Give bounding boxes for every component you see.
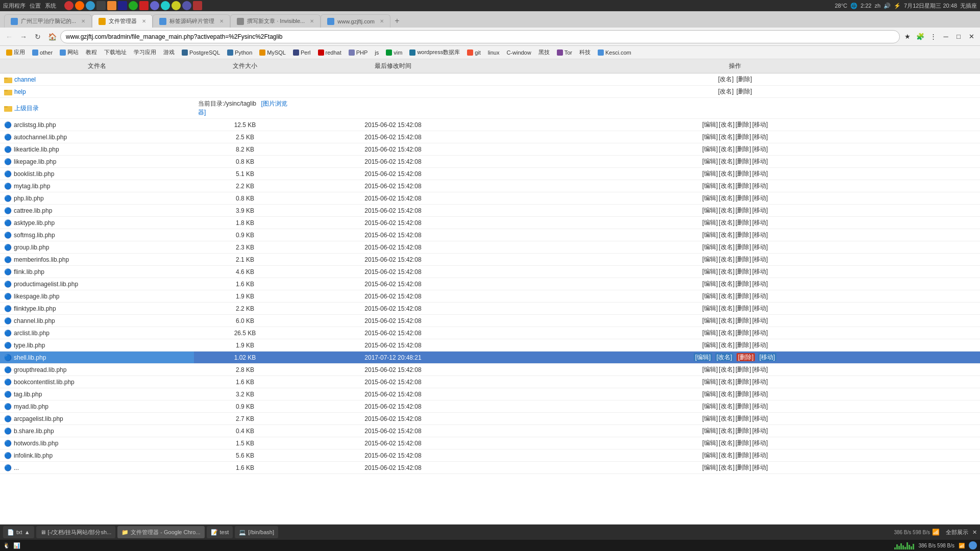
edit-link[interactable]: [编辑]: [702, 194, 718, 202]
edit-link[interactable]: [编辑]: [702, 378, 718, 385]
rename-link[interactable]: [改名]: [719, 439, 734, 446]
file-link[interactable]: productimagelist.lib.php: [14, 281, 78, 288]
home-button[interactable]: 🏠: [46, 31, 58, 43]
bookmark-kesci[interactable]: Kesci.com: [595, 48, 634, 57]
taskbar-item-txt[interactable]: 📄 txt ▲: [3, 526, 34, 538]
delete-link[interactable]: [删除]: [736, 256, 751, 263]
edit-link[interactable]: [编辑]: [702, 182, 718, 189]
move-link[interactable]: [移动]: [752, 219, 768, 226]
file-link[interactable]: channel.lib.php: [14, 317, 55, 324]
rename-link[interactable]: [改名]: [719, 207, 734, 214]
bookmark-git[interactable]: git: [464, 48, 484, 57]
move-link[interactable]: [移动]: [758, 353, 777, 361]
move-link[interactable]: [移动]: [752, 341, 768, 348]
delete-link[interactable]: [删除]: [736, 390, 751, 397]
apps-menu[interactable]: 应用程序: [3, 2, 26, 10]
address-input[interactable]: [60, 30, 900, 43]
file-link[interactable]: likepage.lib.php: [14, 158, 56, 165]
file-link[interactable]: arclist.lib.php: [14, 330, 50, 337]
edit-link[interactable]: [编辑]: [702, 231, 718, 238]
taskbar-item-terminal-files[interactable]: 🖥 [-/文档/挂马网站/部分sh...: [36, 526, 116, 538]
rename-link[interactable]: [改名]: [719, 231, 734, 238]
delete-link[interactable]: [删除]: [736, 464, 751, 471]
edit-link[interactable]: [编辑]: [702, 427, 718, 434]
bookmark-learning[interactable]: 学习应用: [131, 47, 159, 57]
move-link[interactable]: [移动]: [752, 243, 768, 251]
edit-link[interactable]: [编辑]: [702, 329, 718, 336]
edit-link[interactable]: [编辑]: [702, 305, 718, 312]
tab-newpost[interactable]: 撰写新文章 · Invisible... ✕: [230, 14, 321, 28]
bookmark-perl[interactable]: Perl: [290, 48, 314, 57]
tab-gzjftj[interactable]: www.gzjftj.com ✕: [321, 14, 390, 28]
file-link[interactable]: ...: [14, 464, 19, 471]
edit-link[interactable]: [编辑]: [702, 341, 718, 348]
delete-link[interactable]: [删除]: [736, 133, 751, 140]
delete-link[interactable]: [删除]: [736, 439, 751, 446]
delete-link[interactable]: [删除]: [736, 415, 751, 422]
window-max-icon[interactable]: □: [953, 31, 964, 42]
delete-link[interactable]: [删除]: [736, 170, 751, 177]
rename-link[interactable]: [改名]: [718, 76, 734, 83]
delete-link[interactable]: [删除]: [736, 243, 751, 251]
edit-link[interactable]: [编辑]: [702, 133, 718, 140]
edit-link[interactable]: [编辑]: [702, 158, 718, 165]
rename-link[interactable]: [改名]: [719, 378, 734, 385]
rename-link[interactable]: [改名]: [715, 353, 734, 361]
move-link[interactable]: [移动]: [752, 427, 768, 434]
rename-link[interactable]: [改名]: [719, 256, 734, 263]
move-link[interactable]: [移动]: [752, 415, 768, 422]
delete-link[interactable]: [删除]: [736, 182, 751, 189]
move-link[interactable]: [移动]: [752, 390, 768, 397]
rename-link[interactable]: [改名]: [719, 268, 734, 275]
bookmark-download[interactable]: 下载地址: [101, 47, 130, 57]
file-link[interactable]: groupthread.lib.php: [14, 366, 66, 373]
rename-link[interactable]: [改名]: [719, 305, 734, 312]
move-link[interactable]: [移动]: [752, 317, 768, 324]
bookmark-icon[interactable]: ★: [902, 31, 913, 42]
delete-link[interactable]: [删除]: [736, 329, 751, 336]
rename-link[interactable]: [改名]: [719, 415, 734, 422]
move-link[interactable]: [移动]: [752, 280, 768, 287]
file-link[interactable]: arclistsg.lib.php: [14, 121, 56, 129]
bookmark-tech[interactable]: 科技: [576, 47, 594, 57]
folder-link[interactable]: help: [14, 88, 26, 95]
bookmark-tor[interactable]: Tor: [554, 48, 575, 57]
tab-guangzhou[interactable]: 广州三甲治疗脑记的... ✕: [4, 14, 92, 28]
file-link[interactable]: tag.lib.php: [14, 391, 42, 398]
move-link[interactable]: [移动]: [752, 378, 768, 385]
bookmark-python[interactable]: Python: [224, 48, 255, 57]
file-link[interactable]: arcpagelist.lib.php: [14, 415, 63, 422]
tab-close-icon[interactable]: ✕: [219, 18, 224, 24]
delete-link[interactable]: [删除]: [736, 292, 751, 299]
bookmark-vim[interactable]: vim: [383, 48, 405, 57]
parent-dir-link[interactable]: 上级目录: [14, 104, 39, 113]
file-link[interactable]: asktype.lib.php: [14, 219, 55, 227]
edit-link[interactable]: [编辑]: [702, 415, 718, 422]
file-link[interactable]: likespage.lib.php: [14, 293, 59, 300]
edit-link[interactable]: [编辑]: [702, 145, 718, 153]
move-link[interactable]: [移动]: [752, 256, 768, 263]
delete-link[interactable]: [删除]: [736, 366, 751, 373]
bookmark-website[interactable]: 网站: [57, 47, 82, 57]
file-link[interactable]: flink.lib.php: [14, 268, 44, 276]
window-min-icon[interactable]: ─: [940, 31, 951, 42]
delete-link[interactable]: [删除]: [736, 427, 751, 434]
bookmark-mysql[interactable]: MySQL: [256, 48, 289, 57]
rename-link[interactable]: [改名]: [719, 329, 734, 336]
delete-link[interactable]: [删除]: [736, 317, 751, 324]
rename-link[interactable]: [改名]: [719, 390, 734, 397]
edit-link[interactable]: [编辑]: [702, 403, 718, 410]
forward-button[interactable]: →: [17, 31, 30, 43]
file-link[interactable]: memberinfos.lib.php: [14, 256, 69, 263]
places-menu[interactable]: 位置: [30, 2, 41, 10]
rename-link[interactable]: [改名]: [719, 427, 734, 434]
delete-link[interactable]: [删除]: [736, 145, 751, 153]
bookmark-other[interactable]: other: [29, 48, 56, 57]
tab-close-icon[interactable]: ✕: [310, 18, 314, 24]
move-link[interactable]: [移动]: [752, 194, 768, 202]
taskbar-item-bash[interactable]: 💻 [/bin/bash]: [235, 526, 278, 538]
delete-link[interactable]: [删除]: [736, 341, 751, 348]
move-link[interactable]: [移动]: [752, 133, 768, 140]
move-link[interactable]: [移动]: [752, 329, 768, 336]
rename-link[interactable]: [改名]: [719, 403, 734, 410]
